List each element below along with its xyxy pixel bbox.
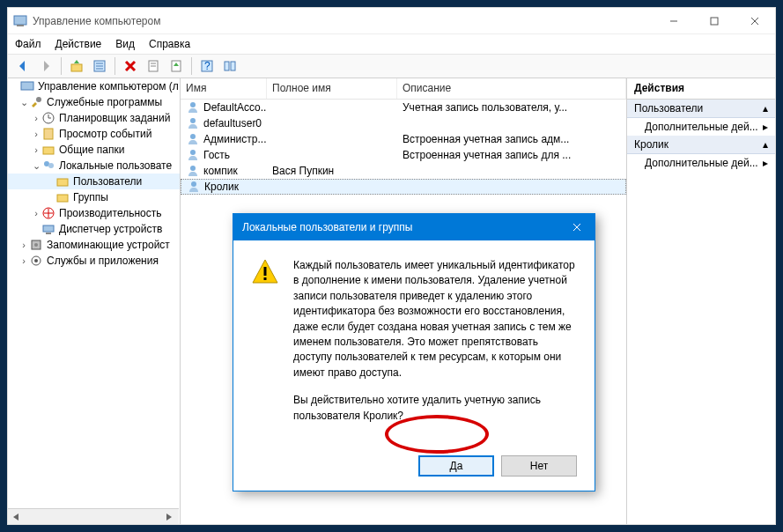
svg-point-47: [190, 102, 196, 107]
svg-rect-56: [264, 267, 267, 276]
actions-header: Действия: [627, 78, 775, 100]
user-icon: [186, 148, 200, 162]
refresh-button[interactable]: [144, 56, 163, 76]
actions-more-1[interactable]: Дополнительные дей... ▸: [627, 118, 775, 136]
app-icon: [13, 14, 27, 28]
users-icon: [41, 159, 55, 173]
confirm-dialog: Локальные пользователи и группы Каждый п…: [233, 213, 595, 491]
menu-file[interactable]: Файл: [15, 38, 41, 50]
dialog-titlebar: Локальные пользователи и группы: [233, 214, 595, 240]
tree-services[interactable]: › Службы и приложения: [8, 253, 180, 269]
actions-group-selected[interactable]: Кролик ▴: [627, 136, 775, 154]
tree-events[interactable]: › Просмотр событий: [8, 126, 180, 142]
user-icon: [187, 180, 201, 194]
user-name: defaultuser0: [203, 117, 262, 129]
clock-icon: [41, 111, 55, 125]
scroll-right-icon[interactable]: [163, 511, 177, 523]
user-row[interactable]: DefaultAcco...Учетная запись пользовател…: [181, 100, 626, 115]
forward-button[interactable]: [36, 56, 55, 76]
svg-rect-31: [43, 147, 54, 154]
perf-icon: [41, 206, 55, 220]
dialog-close-button[interactable]: [568, 218, 586, 236]
user-row[interactable]: компикВася Пупкин: [181, 163, 626, 179]
dialog-no-button[interactable]: Нет: [501, 455, 577, 477]
tree-sys-tools[interactable]: ⌄ Служебные программы: [8, 94, 180, 110]
user-row[interactable]: ГостьВстроенная учетная запись для ...: [181, 147, 626, 163]
user-row[interactable]: Администр...Встроенная учетная запись ад…: [181, 131, 626, 147]
chevron-right-icon: ▸: [763, 121, 768, 133]
svg-text:?: ?: [204, 60, 211, 72]
column-desc[interactable]: Описание: [397, 78, 626, 99]
back-button[interactable]: [13, 56, 33, 76]
svg-marker-6: [19, 61, 25, 71]
user-desc: Учетная запись пользователя, у...: [403, 101, 567, 114]
svg-point-42: [34, 243, 38, 247]
user-icon: [186, 116, 200, 130]
actions-more-2[interactable]: Дополнительные дей... ▸: [627, 154, 775, 172]
tree-scheduler[interactable]: › Планировщик заданий: [8, 110, 180, 126]
svg-rect-0: [14, 16, 26, 25]
svg-marker-7: [44, 61, 49, 71]
user-name: Гость: [203, 149, 230, 161]
help-button[interactable]: ?: [197, 56, 217, 76]
column-name[interactable]: Имя: [181, 78, 267, 99]
svg-rect-25: [21, 82, 33, 90]
export-button[interactable]: [166, 56, 186, 76]
svg-point-51: [190, 166, 196, 171]
svg-marker-45: [13, 514, 18, 521]
user-row[interactable]: Кролик: [181, 179, 626, 195]
dialog-message-1: Каждый пользователь имеет уникальный иде…: [293, 258, 577, 381]
menu-action[interactable]: Действие: [55, 38, 102, 50]
tree-devmgr[interactable]: › Диспетчер устройств: [8, 221, 180, 237]
close-button[interactable]: [735, 8, 775, 33]
folder-share-icon: [41, 143, 55, 157]
delete-button[interactable]: [121, 56, 140, 76]
svg-rect-30: [44, 129, 53, 139]
event-icon: [41, 127, 55, 141]
actions-group-users[interactable]: Пользователи ▴: [627, 100, 775, 118]
columns-button[interactable]: [220, 56, 240, 76]
svg-rect-23: [225, 62, 229, 70]
menu-view[interactable]: Вид: [115, 38, 135, 50]
user-icon: [186, 164, 200, 178]
tree-hscroll[interactable]: [8, 508, 179, 524]
properties-button[interactable]: [90, 56, 109, 76]
tree-shared[interactable]: › Общие папки: [8, 142, 180, 158]
chevron-right-icon: ▸: [763, 157, 768, 169]
up-button[interactable]: [67, 56, 86, 76]
device-icon: [41, 222, 55, 236]
svg-marker-46: [166, 514, 172, 521]
column-fullname[interactable]: Полное имя: [267, 78, 397, 99]
dialog-title: Локальные пользователи и группы: [242, 221, 412, 233]
tree-users[interactable]: › Пользователи: [8, 174, 180, 189]
scroll-left-icon[interactable]: [10, 511, 24, 523]
tree-root[interactable]: › Управление компьютером (л: [8, 78, 180, 94]
folder-icon: [55, 190, 70, 204]
svg-point-33: [48, 163, 54, 168]
user-name: Администр...: [203, 133, 266, 145]
list-header: Имя Полное имя Описание: [181, 78, 626, 100]
tree-groups[interactable]: › Группы: [8, 189, 180, 205]
maximize-button[interactable]: [694, 8, 735, 33]
user-name: Кролик: [204, 181, 239, 193]
tree-local-users[interactable]: ⌄ Локальные пользовате: [8, 158, 180, 174]
tree-perf[interactable]: › Производительность: [8, 205, 180, 221]
collapse-icon: ▴: [763, 138, 768, 151]
svg-point-52: [191, 181, 196, 187]
svg-point-44: [34, 259, 38, 262]
user-fullname: Вася Пупкин: [272, 165, 334, 177]
menu-help[interactable]: Справка: [149, 38, 190, 50]
actions-pane: Действия Пользователи ▴ Дополнительные д…: [627, 78, 775, 524]
dialog-yes-button[interactable]: Да: [418, 455, 494, 477]
svg-point-48: [190, 118, 196, 123]
tree-storage[interactable]: › Запоминающие устройст: [8, 237, 180, 253]
user-icon: [186, 132, 200, 146]
svg-rect-57: [264, 277, 267, 280]
minimize-button[interactable]: [654, 8, 694, 33]
tree-pane[interactable]: › Управление компьютером (л ⌄ Служебные …: [8, 78, 181, 524]
svg-marker-9: [74, 60, 79, 63]
svg-point-49: [190, 134, 196, 139]
svg-point-26: [36, 97, 41, 102]
toolbar: ?: [8, 54, 775, 78]
user-row[interactable]: defaultuser0: [181, 115, 626, 131]
